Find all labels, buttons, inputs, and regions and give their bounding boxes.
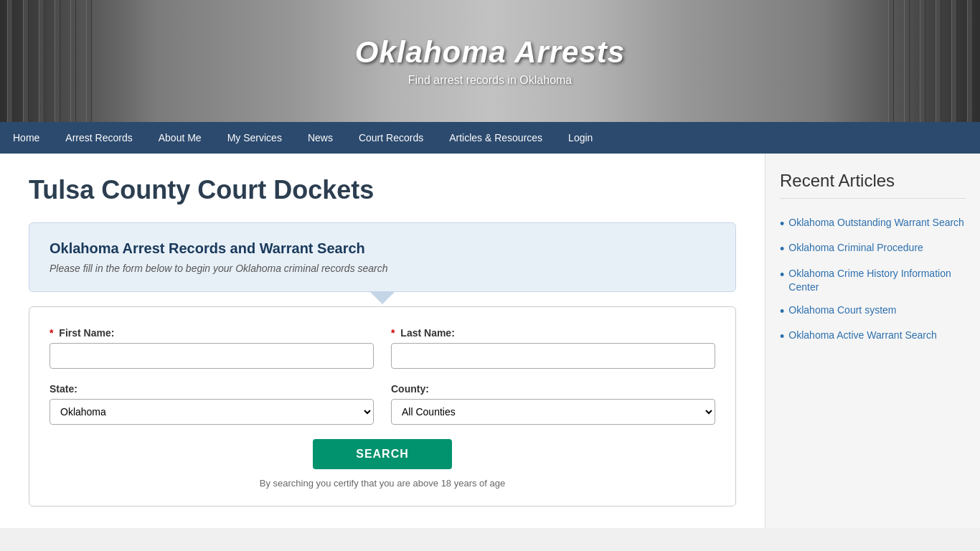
last-name-group: * Last Name: <box>391 327 715 369</box>
required-star-last: * <box>391 327 395 339</box>
search-box-title: Oklahoma Arrest Records and Warrant Sear… <box>50 240 715 257</box>
location-row: State: Oklahoma Alabama Alaska Arizona A… <box>50 383 715 425</box>
article-link-4[interactable]: Oklahoma Active Warrant Search <box>788 329 936 343</box>
list-item: Oklahoma Outstanding Warrant Search <box>780 212 966 237</box>
search-box-subtitle: Please fill in the form below to begin y… <box>50 263 715 274</box>
county-label: County: <box>391 383 715 395</box>
first-name-input[interactable] <box>50 343 374 369</box>
nav-about-me[interactable]: About Me <box>146 122 215 154</box>
nav-home[interactable]: Home <box>0 122 52 154</box>
search-button[interactable]: SEARCH <box>313 439 452 469</box>
nav-court-records[interactable]: Court Records <box>346 122 436 154</box>
nav-articles[interactable]: Articles & Resources <box>436 122 555 154</box>
state-select[interactable]: Oklahoma Alabama Alaska Arizona Arkansas <box>50 399 374 425</box>
search-form: * First Name: * Last Name: State: <box>29 306 736 507</box>
bars-right <box>822 0 980 122</box>
article-link-1[interactable]: Oklahoma Criminal Procedure <box>788 241 923 255</box>
recent-articles-list: Oklahoma Outstanding Warrant Search Okla… <box>780 212 966 350</box>
last-name-input[interactable] <box>391 343 715 369</box>
sidebar: Recent Articles Oklahoma Outstanding War… <box>765 154 980 528</box>
list-item: Oklahoma Criminal Procedure <box>780 237 966 262</box>
state-label: State: <box>50 383 374 395</box>
last-name-label: * Last Name: <box>391 327 715 339</box>
article-link-0[interactable]: Oklahoma Outstanding Warrant Search <box>788 216 964 230</box>
nav-services[interactable]: My Services <box>215 122 295 154</box>
list-item: Oklahoma Court system <box>780 299 966 324</box>
required-star-first: * <box>50 327 53 339</box>
search-description-box: Oklahoma Arrest Records and Warrant Sear… <box>29 222 736 292</box>
nav-arrest-records[interactable]: Arrest Records <box>52 122 145 154</box>
name-row: * First Name: * Last Name: <box>50 327 715 369</box>
state-group: State: Oklahoma Alabama Alaska Arizona A… <box>50 383 374 425</box>
first-name-group: * First Name: <box>50 327 374 369</box>
list-item: Oklahoma Crime History Information Cente… <box>780 263 966 299</box>
main-container: Tulsa County Court Dockets Oklahoma Arre… <box>0 154 980 528</box>
certify-text: By searching you certify that you are ab… <box>50 478 715 489</box>
nav-login[interactable]: Login <box>555 122 606 154</box>
header-banner: Oklahoma Arrests Find arrest records in … <box>0 0 980 122</box>
nav-news[interactable]: News <box>295 122 346 154</box>
county-group: County: All Counties Tulsa Oklahoma Clev… <box>391 383 715 425</box>
article-link-3[interactable]: Oklahoma Court system <box>788 303 896 318</box>
site-subtitle: Find arrest records in Oklahoma <box>355 74 625 87</box>
county-select[interactable]: All Counties Tulsa Oklahoma Cleveland Co… <box>391 399 715 425</box>
bars-left <box>0 0 158 122</box>
main-nav: Home Arrest Records About Me My Services… <box>0 122 980 154</box>
page-title: Tulsa County Court Dockets <box>29 175 736 205</box>
site-title: Oklahoma Arrests <box>355 35 625 70</box>
content-area: Tulsa County Court Dockets Oklahoma Arre… <box>0 154 765 528</box>
article-link-2[interactable]: Oklahoma Crime History Information Cente… <box>788 267 966 295</box>
list-item: Oklahoma Active Warrant Search <box>780 324 966 349</box>
first-name-label: * First Name: <box>50 327 374 339</box>
sidebar-title: Recent Articles <box>780 171 966 199</box>
header-text: Oklahoma Arrests Find arrest records in … <box>355 35 625 87</box>
